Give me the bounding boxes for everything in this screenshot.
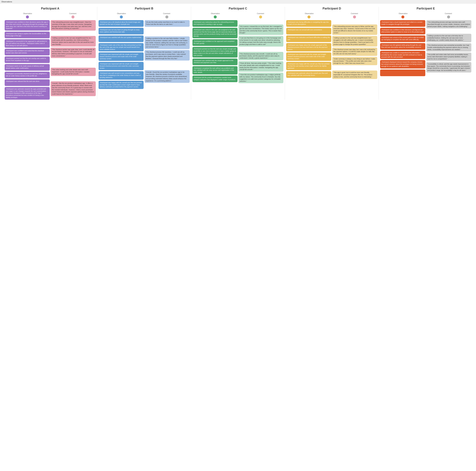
participant-header-4: Participant E (380, 7, 471, 11)
comment-card-0-6: "The order tracking and order details ta… (51, 68, 96, 76)
obs-card-4-6 (380, 70, 425, 76)
obs-card-4-0: -Participant had a visual impairment and… (380, 20, 425, 27)
comment-card-1-0: "ok yes this looks pretty neat there is … (145, 20, 190, 27)
comment-card-0-3: "The checkout section was quite clear, a… (51, 48, 96, 58)
col-headers-2: ObservationComment (192, 13, 284, 15)
grid: Participant AObservationComment-Particip… (3, 7, 473, 100)
main-container: Participant AObservationComment-Particip… (0, 3, 476, 103)
col-header-label: Comment (144, 13, 189, 15)
comment-card-1-5 (145, 62, 190, 65)
obs-card-0-6: -Participant successfully checked-out an… (5, 72, 50, 78)
dot-0-0 (26, 16, 29, 18)
obs-card-0-4: -Participant pointed out that the cart o… (5, 56, 50, 63)
comment-card-1-6 (145, 66, 190, 69)
obs-card-2-2: -Participant was confident on her approa… (192, 39, 238, 46)
comment-card-4-5: "Accessibility is critical, and this app… (426, 62, 471, 72)
obs-card-0-5: -Participant wants to be made aware of d… (5, 64, 50, 71)
comment-card-4-0: "The onboarding process and app overview… (426, 20, 471, 28)
obs-card-3-6: -Participant was optimistic about the ov… (286, 71, 331, 78)
dot-4-0 (401, 16, 404, 18)
participant-col-0: Participant AObservationComment-Particip… (3, 7, 97, 100)
comment-card-1-4: "The checkout process felt seamless. I c… (145, 50, 190, 60)
col-header-label: Comment (50, 13, 95, 15)
comment-card-3-0 (332, 20, 377, 23)
dot-1-0 (120, 16, 123, 18)
comment-card-1-1 (145, 28, 190, 31)
comment-card-2-2: "I can see that there is a lot going on … (238, 36, 284, 46)
obs-card-0-1: -Participant was trying to explore the f… (5, 32, 50, 38)
obs-card-4-3: -Participant was felt agitated while goi… (380, 43, 425, 50)
comment-card-0-1 (51, 32, 96, 35)
dot-2-1 (259, 16, 262, 18)
obs-card-0-2: -Participant is successful in her approa… (5, 39, 50, 48)
participant-col-2: Participant CObservationComment-Particip… (191, 7, 285, 100)
comment-card-0-0: "The onboarding process was straightforw… (51, 20, 96, 31)
col-header-label: Comment (426, 13, 471, 15)
col-header-label: Observation (5, 13, 50, 15)
comment-card-0-5 (51, 63, 96, 67)
comment-card-2-0 (238, 20, 284, 23)
participant-col-1: Participant BObservationComment-Particip… (97, 7, 191, 100)
comment-card-1-7: "Overall, I found the eco-product market… (145, 70, 190, 83)
comment-card-0-4 (51, 59, 96, 62)
col-header-label: Observation (193, 13, 238, 15)
obs-card-2-4: -Participant was satisfied with the simp… (192, 58, 238, 65)
comment-card-4-4: "The profile and orders tabs had some ac… (426, 53, 471, 61)
obs-card-3-2: -Participant was indicative and faced di… (286, 36, 331, 42)
obs-card-1-1: -Participant was not very keen on going … (99, 28, 144, 35)
col-headers-1: ObservationComment (99, 13, 190, 15)
col-headers-4: ObservationComment (380, 13, 471, 15)
comment-card-2-1: "Oh it seems I missed this on my first l… (238, 24, 284, 35)
obs-card-4-2: -Participant was unsure of the correct p… (380, 36, 425, 42)
dot-row-2 (192, 16, 284, 18)
participant-header-3: Participant D (286, 7, 377, 11)
comment-card-1-3: "Adding a product to the cart was fairly… (145, 36, 190, 49)
comment-card-0-8: "Overall, I like the eco-product marketp… (51, 81, 96, 96)
col-header-label: Comment (332, 13, 377, 15)
cards-area-4: -Participant had a visual impairment and… (380, 20, 471, 76)
comment-card-2-5: "There all done. that was pretty simple.… (238, 61, 284, 72)
col-header-label: Comment (238, 13, 283, 15)
comment-card-3-4: "Order summary is always a nice thing to… (332, 57, 377, 65)
obs-card-3-1: -Participant was not versed with icon co… (286, 28, 331, 35)
participant-col-3: Participant DObservationComment-Particip… (285, 7, 379, 100)
obs-card-1-4: -Participant was impressed with the simp… (99, 52, 144, 61)
comment-card-3-3: "The checkout screen was okay, but I was… (332, 48, 377, 56)
comment-card-2-6: "I love this eco-product marketplace app… (238, 73, 284, 83)
obs-card-3-3: -Participant was happy about the simple … (286, 43, 331, 51)
participant-col-4: Participant EObservationComment-Particip… (379, 7, 473, 100)
comment-card-4-3: "The checkout process was somewhat acces… (426, 43, 471, 52)
comment-col-3: "The onboarding process was easy to foll… (332, 20, 377, 79)
comment-col-2: "Oh it seems I missed this on my first l… (238, 20, 284, 83)
obs-card-0-7: -Participant was relieved that the task … (5, 79, 50, 86)
comment-card-2-4: "The checkout process was smooth. I coul… (238, 52, 284, 60)
comment-card-0-7 (51, 77, 96, 80)
obs-card-1-6: -Participant was well versed in icon con… (99, 71, 144, 79)
comment-card-4-1 (426, 29, 471, 33)
participant-header-2: Participant C (192, 7, 284, 11)
obs-col-2: -Participant was meticulous about the on… (192, 20, 238, 83)
obs-card-3-5: -Participant was happy with the overall … (286, 62, 331, 70)
cards-area-2: -Participant was meticulous about the on… (192, 20, 284, 83)
col-header-label: Observation (287, 13, 332, 15)
comment-col-1: "ok yes this looks pretty neat there is … (145, 20, 190, 89)
obs-card-1-7: -Participant was happy with the overall … (99, 81, 144, 89)
participant-header-1: Participant B (99, 7, 190, 11)
comment-card-3-6: "The app is good, but it could be more u… (332, 71, 377, 79)
dot-4-1 (447, 16, 450, 18)
comment-card-4-2: "Adding a product to the cart was a bit … (426, 34, 471, 42)
col-headers-3: ObservationComment (286, 13, 377, 15)
cards-area-3: -Participant was facing difficulties in … (286, 20, 377, 79)
comment-card-0-2: "Adding a product to the cart was straig… (51, 36, 96, 46)
comment-card-3-2: "Adding a product to the cart was straig… (332, 36, 377, 46)
dot-row-3 (286, 16, 377, 18)
comment-card-1-2 (145, 32, 190, 36)
comment-card-2-3 (238, 48, 284, 51)
obs-card-2-3: -Participant pointed out that the task w… (192, 47, 238, 57)
comment-card-3-5 (332, 66, 377, 70)
participant-header-0: Participant A (5, 7, 96, 11)
obs-col-1: -Participant was a bit skeptical about t… (99, 20, 144, 89)
cards-area-0: -Participant was confident in their deci… (5, 20, 96, 100)
dot-row-4 (380, 16, 471, 18)
obs-card-1-3: -Participant made note of the user flow … (99, 43, 144, 51)
